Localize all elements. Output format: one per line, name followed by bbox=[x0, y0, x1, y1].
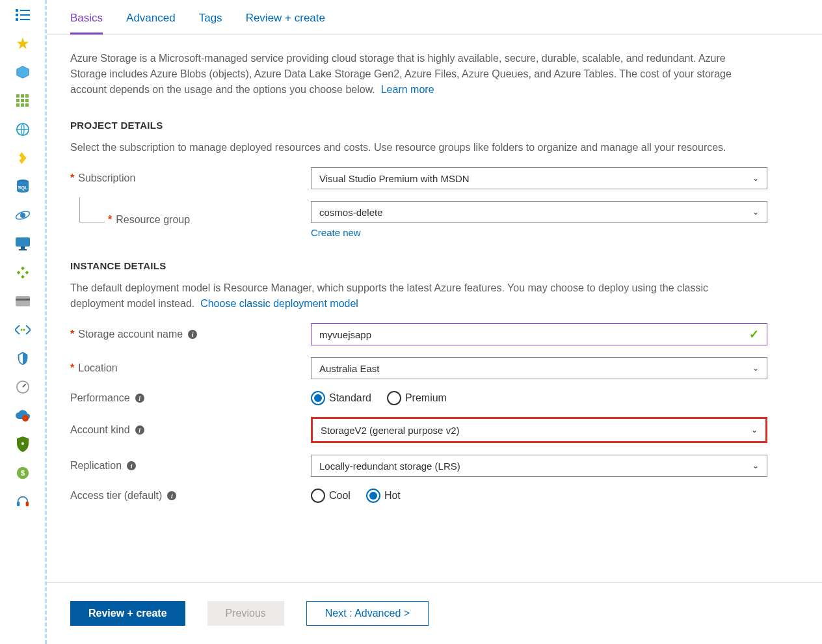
svg-rect-23 bbox=[16, 296, 30, 306]
svg-point-19 bbox=[20, 213, 25, 218]
advisor-icon[interactable] bbox=[14, 350, 31, 367]
code-icon[interactable] bbox=[14, 321, 31, 338]
function-icon[interactable] bbox=[14, 150, 31, 167]
svg-rect-32 bbox=[16, 502, 20, 506]
monitor-icon[interactable] bbox=[14, 235, 31, 252]
svg-rect-4 bbox=[20, 14, 30, 16]
check-icon: ✓ bbox=[749, 327, 759, 342]
support-icon[interactable] bbox=[14, 493, 31, 510]
svg-rect-33 bbox=[25, 502, 29, 506]
chevron-down-icon: ⌄ bbox=[751, 425, 758, 435]
main-content: Basics Advanced Tags Review + create Azu… bbox=[47, 0, 822, 644]
learn-more-link[interactable]: Learn more bbox=[381, 84, 434, 95]
info-icon[interactable]: i bbox=[188, 330, 197, 339]
storage-name-label: *Storage account name i bbox=[70, 329, 311, 340]
box-icon[interactable] bbox=[14, 64, 31, 81]
tab-review[interactable]: Review + create bbox=[246, 0, 325, 34]
performance-premium-label: Premium bbox=[405, 392, 447, 404]
svg-point-25 bbox=[20, 329, 22, 331]
star-icon[interactable] bbox=[14, 35, 31, 52]
svg-rect-21 bbox=[21, 247, 25, 249]
tier-hot-label: Hot bbox=[384, 490, 401, 502]
svg-rect-8 bbox=[25, 94, 29, 98]
subscription-value: Visual Studio Premium with MSDN bbox=[319, 173, 470, 184]
tab-advanced[interactable]: Advanced bbox=[126, 0, 176, 34]
svg-rect-12 bbox=[16, 103, 20, 107]
tier-hot-radio[interactable] bbox=[366, 489, 380, 503]
storage-name-input[interactable]: myvuejsapp ✓ bbox=[311, 323, 767, 345]
subscription-label: *Subscription bbox=[70, 172, 311, 184]
svg-point-29 bbox=[21, 442, 24, 445]
replication-value: Locally-redundant storage (LRS) bbox=[319, 461, 460, 472]
performance-label: Performance i bbox=[70, 392, 311, 404]
performance-premium-radio[interactable] bbox=[387, 391, 401, 405]
classic-deployment-link[interactable]: Choose classic deployment model bbox=[200, 298, 358, 309]
svg-rect-10 bbox=[21, 99, 24, 102]
tab-tags[interactable]: Tags bbox=[199, 0, 222, 34]
svg-text:SQL: SQL bbox=[18, 185, 27, 191]
footer-buttons: Review + create Previous Next : Advanced… bbox=[47, 582, 822, 644]
subscription-select[interactable]: Visual Studio Premium with MSDN ⌄ bbox=[311, 167, 767, 189]
location-select[interactable]: Australia East ⌄ bbox=[311, 357, 767, 379]
svg-rect-3 bbox=[20, 10, 30, 11]
billing-icon[interactable] bbox=[14, 293, 31, 310]
svg-rect-11 bbox=[25, 99, 29, 102]
chevron-down-icon: ⌄ bbox=[752, 461, 759, 470]
intro-text: Azure Storage is a Microsoft-managed ser… bbox=[70, 51, 760, 98]
svg-rect-1 bbox=[16, 14, 18, 16]
create-new-link[interactable]: Create new bbox=[311, 227, 361, 238]
performance-standard-radio[interactable] bbox=[311, 391, 325, 405]
project-details-desc: Select the subscription to manage deploy… bbox=[70, 140, 760, 155]
security-icon[interactable] bbox=[14, 436, 31, 453]
chevron-down-icon: ⌄ bbox=[752, 174, 759, 183]
tab-basics[interactable]: Basics bbox=[70, 0, 103, 34]
location-label: *Location bbox=[70, 362, 311, 374]
account-kind-select[interactable]: StorageV2 (general purpose v2) ⌄ bbox=[311, 417, 767, 443]
sidebar: SQL $ bbox=[0, 0, 47, 644]
svg-rect-2 bbox=[16, 18, 18, 21]
info-icon[interactable]: i bbox=[135, 425, 144, 435]
review-create-button[interactable]: Review + create bbox=[70, 601, 185, 626]
globe-icon[interactable] bbox=[14, 121, 31, 138]
grid-icon[interactable] bbox=[14, 92, 31, 109]
chevron-down-icon: ⌄ bbox=[752, 208, 759, 217]
next-button[interactable]: Next : Advanced > bbox=[306, 601, 429, 626]
account-kind-label: Account kind i bbox=[70, 424, 311, 436]
info-icon[interactable]: i bbox=[135, 394, 144, 403]
tier-cool-radio[interactable] bbox=[311, 489, 325, 503]
dev-icon[interactable] bbox=[14, 264, 31, 281]
location-value: Australia East bbox=[319, 363, 380, 374]
storage-name-value: myvuejsapp bbox=[319, 329, 371, 340]
svg-rect-6 bbox=[16, 94, 20, 98]
cost-icon[interactable]: $ bbox=[14, 464, 31, 481]
gauge-icon[interactable] bbox=[14, 379, 31, 396]
resource-group-label: *Resource group bbox=[70, 214, 311, 226]
svg-rect-24 bbox=[16, 299, 30, 301]
access-tier-label: Access tier (default) i bbox=[70, 490, 311, 502]
svg-rect-7 bbox=[21, 94, 24, 98]
svg-rect-13 bbox=[21, 103, 24, 107]
cosmos-icon[interactable] bbox=[14, 207, 31, 224]
chevron-down-icon: ⌄ bbox=[752, 364, 759, 373]
svg-rect-22 bbox=[19, 249, 27, 250]
resource-group-select[interactable]: cosmos-delete ⌄ bbox=[311, 201, 767, 223]
list-icon[interactable] bbox=[14, 7, 31, 23]
svg-rect-0 bbox=[16, 9, 18, 12]
info-icon[interactable]: i bbox=[167, 491, 176, 500]
svg-rect-5 bbox=[20, 19, 30, 20]
tier-cool-label: Cool bbox=[329, 490, 351, 502]
performance-standard-label: Standard bbox=[329, 392, 371, 404]
previous-button[interactable]: Previous bbox=[207, 601, 284, 626]
instance-details-title: INSTANCE DETAILS bbox=[70, 260, 799, 271]
replication-select[interactable]: Locally-redundant storage (LRS) ⌄ bbox=[311, 455, 767, 477]
form-content: Azure Storage is a Microsoft-managed ser… bbox=[47, 35, 822, 582]
project-details-title: PROJECT DETAILS bbox=[70, 120, 799, 131]
svg-rect-9 bbox=[16, 99, 20, 102]
instance-details-desc: The default deployment model is Resource… bbox=[70, 280, 760, 312]
svg-rect-14 bbox=[25, 103, 29, 107]
svg-rect-20 bbox=[16, 237, 30, 247]
info-icon[interactable]: i bbox=[127, 461, 136, 470]
cloud-icon[interactable] bbox=[14, 407, 31, 424]
sql-icon[interactable]: SQL bbox=[14, 178, 31, 195]
replication-label: Replication i bbox=[70, 460, 311, 472]
